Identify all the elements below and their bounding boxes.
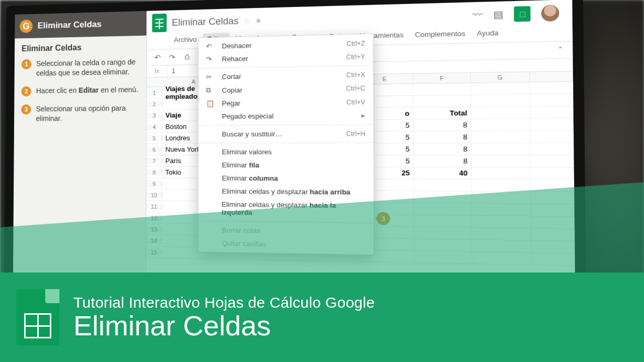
menu-ayuda[interactable]: Ayuda <box>472 27 503 40</box>
print-icon[interactable]: ⎙ <box>182 53 192 61</box>
star-icon[interactable]: ☆ <box>244 17 251 25</box>
sheets-logo-large-icon <box>16 289 59 345</box>
banner-subtitle: Tutorial Interactivo Hojas de Cálculo Go… <box>73 294 375 311</box>
col-header-g[interactable]: G <box>471 72 530 82</box>
row-header[interactable]: 10 <box>146 192 162 198</box>
menu-separator <box>199 142 373 143</box>
paste-icon: 📋 <box>206 100 215 108</box>
step-1-text: Seleccionar la celda o rango de celdas q… <box>36 57 139 78</box>
formula-value[interactable]: 1 <box>168 65 180 77</box>
step-2-text: Hacer clic en Editar en el menú. <box>36 85 138 97</box>
row-header[interactable]: 1 <box>147 89 163 96</box>
undo-icon[interactable]: ↶ <box>153 53 163 62</box>
row-header[interactable]: 11 <box>146 203 162 210</box>
step-3-badge: 3 <box>21 105 31 115</box>
menu-delete-row[interactable]: Eliminar fila <box>198 158 373 172</box>
redo-icon: ↷ <box>206 55 215 63</box>
menu-delete-values[interactable]: Eliminar valores <box>198 145 373 159</box>
row-header[interactable]: 2 <box>147 101 163 108</box>
copy-icon: ⧉ <box>206 86 215 95</box>
sidebar-header-title: Eliminar Celdas <box>38 19 102 31</box>
sidebar-header: G Eliminar Celdas <box>15 11 146 39</box>
brand-logo: G <box>20 20 33 33</box>
fx-label: fx <box>147 65 168 77</box>
menu-delete-column[interactable]: Eliminar columna <box>198 171 373 186</box>
row-header[interactable]: 4 <box>146 124 162 130</box>
account-avatar[interactable] <box>541 5 559 22</box>
menu-archivo[interactable]: Archivo <box>170 33 201 46</box>
menu-complementos[interactable]: Complementos <box>411 27 470 41</box>
menu-separator <box>199 124 373 126</box>
step-1: 1 Seleccionar la celda o rango de celdas… <box>21 57 139 78</box>
folder-icon[interactable]: ■ <box>256 16 261 25</box>
row-header[interactable]: 7 <box>146 158 162 164</box>
step-3: 3 Seleccionar una opción para eliminar. <box>21 103 139 123</box>
step-2: 2 Hacer clic en Editar en el menú. <box>21 85 139 97</box>
banner-title: Eliminar Celdas <box>73 311 375 341</box>
row-header[interactable]: 6 <box>146 146 162 152</box>
menu-paste-special[interactable]: Pegado especial <box>199 109 373 123</box>
step-2-badge: 2 <box>21 86 31 96</box>
document-title[interactable]: Eliminar Celdas <box>172 16 238 28</box>
title-banner: Tutorial Interactivo Hojas de Cálculo Go… <box>0 273 644 362</box>
redo-icon[interactable]: ↷ <box>168 53 177 61</box>
step-1-badge: 1 <box>22 59 32 69</box>
col-header-f[interactable]: F <box>413 73 471 83</box>
step-3-text: Seleccionar una opción para eliminar. <box>36 103 139 123</box>
row-header[interactable]: 9 <box>146 180 162 187</box>
row-header[interactable]: 8 <box>146 169 162 175</box>
menu-copy[interactable]: ⧉CopiarCtrl+C <box>199 81 373 97</box>
undo-icon: ↶ <box>206 42 215 50</box>
cut-icon: ✂ <box>206 73 215 81</box>
sidebar-title: Eliminar Celdas <box>22 42 139 53</box>
row-header[interactable]: 3 <box>147 112 163 119</box>
sheets-logo-icon[interactable] <box>152 14 167 32</box>
menu-find-replace[interactable]: Buscar y sustituir…Ctrl+H <box>199 127 373 141</box>
share-button[interactable]: ⬚ <box>514 6 530 22</box>
comments-icon[interactable]: ▤ <box>493 9 503 21</box>
collapse-toolbar-icon[interactable]: ˄ <box>554 45 566 54</box>
menu-redo[interactable]: ↷RehacerCtrl+Y <box>199 50 373 66</box>
menu-delete-shift-up[interactable]: Eliminar celdas y desplazar hacia arriba <box>198 185 373 199</box>
row-header[interactable]: 5 <box>146 135 162 141</box>
menu-paste[interactable]: 📋PegarCtrl+V <box>199 95 373 110</box>
trend-icon[interactable]: 〰 <box>472 9 483 21</box>
